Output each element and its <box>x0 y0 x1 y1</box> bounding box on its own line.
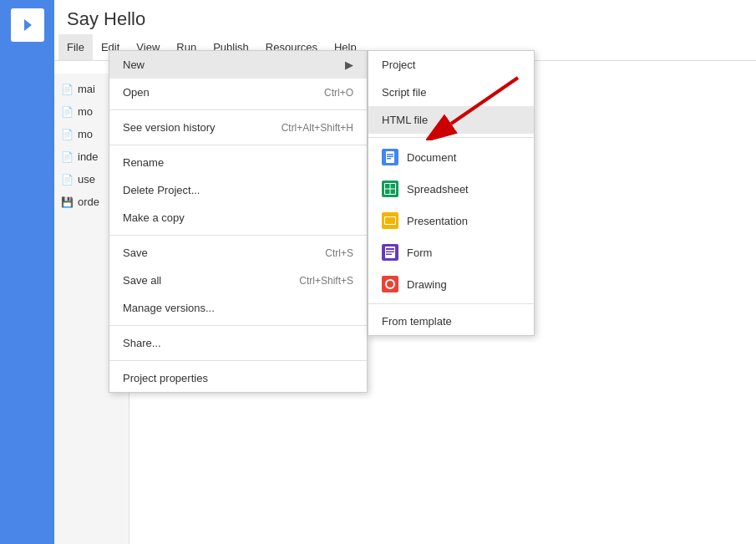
submenu-item-html-label: HTML file <box>382 114 428 126</box>
menu-item-save-all-shortcut: Ctrl+Shift+S <box>299 275 353 287</box>
menu-item-rename-label: Rename <box>123 156 164 169</box>
app-title: Say Hello <box>54 0 756 34</box>
menu-file[interactable]: File <box>58 34 93 60</box>
svg-rect-2 <box>387 156 393 158</box>
menu-item-project-props[interactable]: Project properties <box>109 364 367 392</box>
menu-item-save-all-label: Save all <box>123 274 161 287</box>
submenu-item-form[interactable]: Form <box>368 236 534 268</box>
menu-item-new-label: New <box>123 58 145 71</box>
svg-rect-8 <box>391 190 396 195</box>
sidebar-arrow-icon[interactable] <box>11 8 44 42</box>
menu-item-open-label: Open <box>123 86 150 99</box>
file-dropdown: New ▶ Open Ctrl+O See version history Ct… <box>109 50 368 393</box>
file-icon: 📄 <box>61 129 74 140</box>
menu-item-open-shortcut: Ctrl+O <box>324 87 353 99</box>
svg-rect-14 <box>386 254 392 256</box>
sidebar <box>0 0 54 544</box>
submenu-item-script[interactable]: Script file <box>368 79 534 106</box>
separator-5 <box>109 360 367 361</box>
menu-item-delete[interactable]: Delete Project... <box>109 176 367 204</box>
file-icon: 📄 <box>61 84 74 95</box>
file-name: mo <box>78 128 93 140</box>
menu-item-share[interactable]: Share... <box>109 329 367 357</box>
file-icon: 📄 <box>61 151 74 163</box>
menu-item-project-props-label: Project properties <box>123 372 208 384</box>
submenu-item-presentation-label: Presentation <box>407 215 468 227</box>
menu-item-open[interactable]: Open Ctrl+O <box>109 79 367 106</box>
menu-item-manage-versions[interactable]: Manage versions... <box>109 294 367 322</box>
menu-item-version-history[interactable]: See version history Ctrl+Alt+Shift+H <box>109 114 367 141</box>
file-icon: 💾 <box>61 196 74 208</box>
svg-rect-1 <box>387 154 393 155</box>
menu-item-version-history-shortcut: Ctrl+Alt+Shift+H <box>282 122 353 134</box>
submenu-item-drawing[interactable]: Drawing <box>368 268 534 300</box>
menu-item-manage-versions-label: Manage versions... <box>123 302 215 314</box>
separator-4 <box>109 325 367 326</box>
forms-icon <box>382 244 398 261</box>
drawings-icon <box>382 276 398 292</box>
svg-point-16 <box>387 281 393 287</box>
menu-item-delete-label: Delete Project... <box>123 184 200 196</box>
menu-item-copy-label: Make a copy <box>123 211 185 224</box>
svg-rect-10 <box>385 217 395 224</box>
menu-item-new[interactable]: New ▶ <box>109 51 367 79</box>
docs-icon <box>382 149 398 165</box>
submenu-item-from-template-label: From template <box>382 315 452 328</box>
svg-rect-5 <box>385 184 390 189</box>
separator-1 <box>109 109 367 110</box>
submenu-item-project[interactable]: Project <box>368 51 534 79</box>
submenu-separator-2 <box>368 303 534 304</box>
submenu-item-form-label: Form <box>407 247 432 259</box>
menu-item-share-label: Share... <box>123 337 161 349</box>
menu-item-rename[interactable]: Rename <box>109 149 367 176</box>
submenu-item-presentation[interactable]: Presentation <box>368 205 534 236</box>
menu-item-save-label: Save <box>123 247 148 259</box>
submenu-item-spreadsheet[interactable]: Spreadsheet <box>368 173 534 205</box>
submenu-arrow-icon: ▶ <box>345 58 353 71</box>
svg-rect-13 <box>386 252 394 253</box>
main-content: Say Hello File Edit View Run Publish Res… <box>54 0 756 544</box>
submenu-item-project-label: Project <box>382 58 415 71</box>
svg-rect-12 <box>386 248 394 250</box>
svg-rect-7 <box>385 190 390 195</box>
menu-item-version-history-label: See version history <box>123 121 216 134</box>
submenu-item-html[interactable]: HTML file <box>368 106 534 134</box>
slides-icon <box>382 212 398 229</box>
app-container: Say Hello File Edit View Run Publish Res… <box>0 0 756 544</box>
submenu-separator-1 <box>368 137 534 138</box>
file-name: orde <box>78 196 99 208</box>
file-icon: 📄 <box>61 106 74 118</box>
submenu-item-drawing-label: Drawing <box>407 278 447 291</box>
submenu-item-spreadsheet-label: Spreadsheet <box>407 183 469 196</box>
svg-rect-3 <box>387 158 391 160</box>
file-name: inde <box>78 150 99 163</box>
submenu-item-document[interactable]: Document <box>368 141 534 173</box>
submenu-item-document-label: Document <box>407 151 456 164</box>
menu-item-save-all[interactable]: Save all Ctrl+Shift+S <box>109 267 367 294</box>
submenu-item-from-template[interactable]: From template <box>368 308 534 335</box>
file-icon: 📄 <box>61 174 74 186</box>
file-name: use <box>78 173 95 186</box>
file-name: mo <box>78 105 93 118</box>
menu-item-save-shortcut: Ctrl+S <box>325 247 353 259</box>
menu-item-copy[interactable]: Make a copy <box>109 204 367 231</box>
separator-3 <box>109 235 367 236</box>
file-name: mai <box>78 83 95 95</box>
sheets-icon <box>382 180 398 197</box>
svg-rect-6 <box>391 184 396 189</box>
menu-item-save[interactable]: Save Ctrl+S <box>109 239 367 267</box>
submenu-item-script-label: Script file <box>382 86 426 99</box>
separator-2 <box>109 145 367 145</box>
new-submenu: Project Script file HTML file <box>368 50 535 336</box>
